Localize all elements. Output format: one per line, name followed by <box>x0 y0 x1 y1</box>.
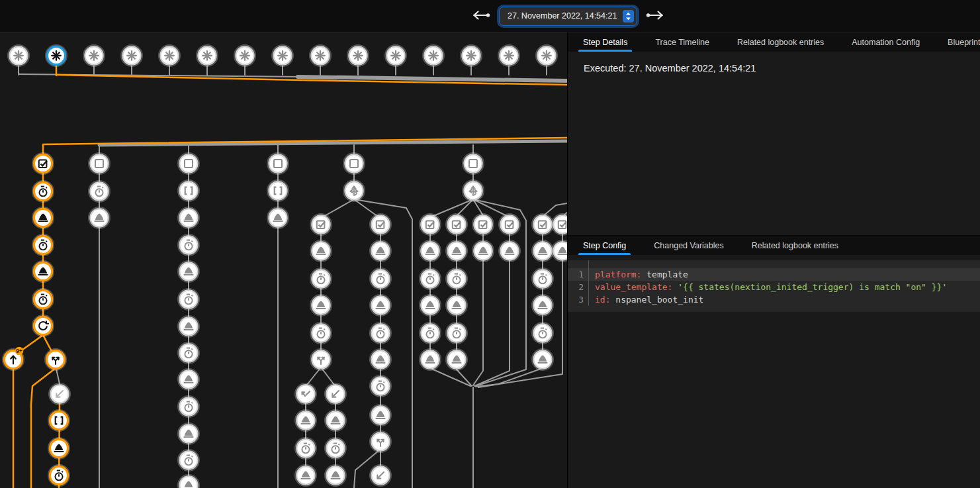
node-timer[interactable] <box>311 269 332 289</box>
node-timer[interactable] <box>33 289 54 310</box>
node-asterisk[interactable] <box>46 46 67 66</box>
node-timer[interactable] <box>49 465 69 486</box>
node-checkbox-blank[interactable] <box>344 154 365 174</box>
node-dish[interactable] <box>326 465 346 486</box>
node-dish[interactable] <box>420 241 441 262</box>
trace-timestamp-select[interactable]: 27. November 2022, 14:54:21 <box>499 7 637 26</box>
node-timer[interactable] <box>311 323 332 344</box>
node-timer[interactable] <box>326 438 346 459</box>
node-brackets[interactable] <box>179 181 199 201</box>
node-checkbox-marked[interactable] <box>500 215 520 235</box>
node-dish[interactable] <box>268 208 289 228</box>
node-dish[interactable] <box>447 350 467 370</box>
tab-blueprint-config[interactable]: Blueprint Config <box>934 32 980 52</box>
node-checkbox-marked[interactable] <box>420 215 441 235</box>
node-asterisk[interactable] <box>84 46 105 66</box>
node-timer[interactable] <box>447 269 467 289</box>
node-arrow-decision[interactable] <box>463 181 484 201</box>
node-brackets[interactable] <box>268 181 289 201</box>
node-dish[interactable] <box>296 411 316 431</box>
node-checkbox-blank[interactable] <box>463 154 484 174</box>
node-dish[interactable] <box>371 295 391 316</box>
node-dish[interactable] <box>33 208 54 228</box>
node-dish[interactable] <box>553 241 567 262</box>
tab-automation-config[interactable]: Automation Config <box>838 32 934 52</box>
node-dish[interactable] <box>533 295 553 316</box>
node-asterisk[interactable] <box>9 46 29 66</box>
yaml-editor[interactable]: 1platform: template2value_template: '{{ … <box>568 260 980 312</box>
node-checkbox-blank[interactable] <box>268 154 289 174</box>
node-dish[interactable] <box>533 241 553 262</box>
node-checkbox-marked[interactable] <box>553 215 567 235</box>
next-trace-button[interactable] <box>645 6 665 26</box>
node-dish[interactable] <box>179 317 199 337</box>
node-asterisk[interactable] <box>197 46 218 66</box>
node-dish[interactable] <box>179 475 199 488</box>
node-brackets[interactable] <box>49 411 69 431</box>
tab-trace-timeline[interactable]: Trace Timeline <box>641 32 723 52</box>
node-asterisk[interactable] <box>423 46 444 66</box>
node-timer[interactable] <box>33 235 54 256</box>
tab-changed-variables[interactable]: Changed Variables <box>640 236 737 255</box>
node-dish[interactable] <box>179 208 199 228</box>
node-dish[interactable] <box>179 424 199 444</box>
node-checkbox-marked[interactable] <box>533 215 553 235</box>
node-timer[interactable] <box>33 181 54 202</box>
node-checkbox-marked[interactable] <box>473 215 494 235</box>
node-dish[interactable] <box>89 208 110 228</box>
node-dish[interactable] <box>473 241 494 262</box>
node-arrow-up[interactable]: 9+ <box>3 347 24 370</box>
node-arrow-decision[interactable] <box>344 181 365 201</box>
node-timer[interactable] <box>179 289 199 310</box>
node-dish[interactable] <box>447 295 467 316</box>
node-timer[interactable] <box>533 269 553 289</box>
tab-step-config[interactable]: Step Config <box>569 236 640 255</box>
node-asterisk[interactable] <box>386 46 406 66</box>
node-dish[interactable] <box>371 350 391 370</box>
node-arrow-bottom-left[interactable] <box>50 384 70 405</box>
node-dish[interactable] <box>371 405 391 426</box>
node-timer[interactable] <box>179 343 199 364</box>
node-arrow-bottom-left[interactable] <box>371 465 391 486</box>
node-dish[interactable] <box>179 369 199 390</box>
node-dish[interactable] <box>371 241 391 262</box>
tab-related-logbook-entries[interactable]: Related logbook entries <box>738 236 852 255</box>
node-timer[interactable] <box>420 269 441 289</box>
node-asterisk[interactable] <box>235 46 255 66</box>
node-arrow-bottom-left[interactable] <box>326 384 346 405</box>
node-dish[interactable] <box>296 465 316 486</box>
node-asterisk[interactable] <box>159 46 180 66</box>
node-checkbox-blank[interactable] <box>89 154 110 174</box>
node-arrow-check[interactable] <box>296 384 316 405</box>
node-checkbox-marked[interactable] <box>371 215 391 235</box>
node-call-split[interactable] <box>46 350 66 370</box>
node-asterisk[interactable] <box>499 46 519 66</box>
node-dish[interactable] <box>447 241 467 262</box>
node-dish[interactable] <box>179 262 199 282</box>
node-dish[interactable] <box>33 262 54 282</box>
node-timer[interactable] <box>447 323 467 344</box>
node-timer[interactable] <box>420 323 441 344</box>
node-timer[interactable] <box>179 235 199 256</box>
prev-trace-button[interactable] <box>471 6 491 26</box>
node-timer[interactable] <box>179 397 199 417</box>
tab-related-logbook-entries[interactable]: Related logbook entries <box>723 32 838 52</box>
node-checkbox-marked[interactable] <box>311 215 332 235</box>
node-refresh[interactable] <box>33 316 54 336</box>
node-asterisk[interactable] <box>310 46 331 66</box>
node-checkbox-marked[interactable] <box>447 215 467 235</box>
node-timer[interactable] <box>296 438 316 459</box>
node-timer[interactable] <box>371 269 391 289</box>
node-dish[interactable] <box>311 295 332 316</box>
node-timer[interactable] <box>89 181 110 202</box>
node-timer[interactable] <box>179 450 199 471</box>
node-call-split[interactable] <box>371 432 391 452</box>
node-dish[interactable] <box>326 411 346 431</box>
node-asterisk[interactable] <box>461 46 482 66</box>
node-checkbox-blank[interactable] <box>179 154 199 174</box>
node-asterisk[interactable] <box>537 46 557 66</box>
node-timer[interactable] <box>371 376 391 397</box>
node-dish[interactable] <box>311 241 332 262</box>
node-dish[interactable] <box>49 438 69 459</box>
node-asterisk[interactable] <box>273 46 293 66</box>
